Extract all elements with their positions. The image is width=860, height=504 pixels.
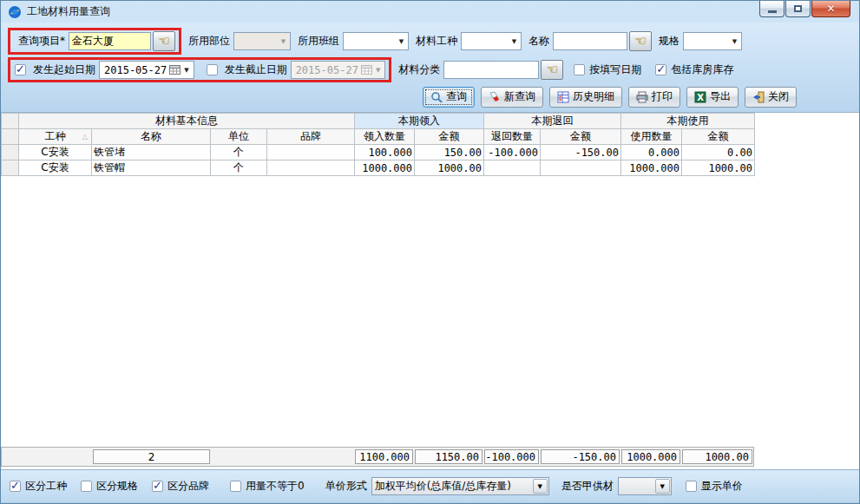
- minimize-button[interactable]: [759, 1, 785, 17]
- cell-received-amount[interactable]: 150.00: [415, 145, 484, 160]
- show-price-checkbox[interactable]: [686, 481, 697, 492]
- col-header-returned-amount[interactable]: 金额: [541, 129, 621, 145]
- maximize-button[interactable]: [785, 1, 811, 17]
- project-picker-button[interactable]: ☜: [153, 31, 175, 51]
- by-brand-checkbox[interactable]: [152, 481, 163, 492]
- summary-returned-qty: -100.000: [484, 449, 539, 464]
- group-header-row: 材料基本信息 本期领入 本期退回 本期使用: [2, 114, 755, 129]
- col-header-received-amount[interactable]: 金额: [415, 129, 484, 145]
- calendar-icon: [361, 64, 373, 75]
- team-combo[interactable]: ▼: [343, 32, 409, 50]
- project-highlight-box: 查询项目* ☜: [8, 28, 181, 55]
- close-form-button-label: 关闭: [768, 89, 789, 104]
- col-header-brand[interactable]: 品牌: [267, 129, 355, 145]
- cell-worktype[interactable]: C安装: [19, 145, 92, 160]
- col-header-worktype[interactable]: 工种△: [19, 129, 92, 145]
- cell-used-qty[interactable]: 0.000: [621, 145, 682, 160]
- cell-received-qty[interactable]: 100.000: [355, 145, 415, 160]
- pointing-hand-icon: ☜: [158, 35, 169, 48]
- row-selector-header: [2, 129, 19, 145]
- cell-returned-qty[interactable]: -100.000: [484, 145, 541, 160]
- excel-export-icon: X: [694, 91, 706, 103]
- history-detail-button[interactable]: 历史明细: [549, 87, 622, 108]
- cell-name[interactable]: 铁管堵: [92, 145, 211, 160]
- name-picker-button[interactable]: ☜: [629, 31, 652, 51]
- summary-received-qty: 1100.000: [355, 449, 413, 464]
- spec-combo[interactable]: ▼: [683, 32, 742, 50]
- query-button[interactable]: 查询: [423, 87, 475, 108]
- bottom-options-bar: 区分工种 区分规格 区分品牌 用量不等于0 单价形式 加权平均价(总库值/总库存…: [1, 469, 859, 502]
- chevron-down-icon: ▼: [533, 479, 548, 494]
- end-date-value: 2015-05-27: [293, 64, 361, 76]
- search-icon: [430, 91, 443, 103]
- maximize-icon: [794, 5, 802, 12]
- start-date-value: 2015-05-27: [102, 64, 169, 76]
- close-button[interactable]: ✕: [811, 1, 850, 17]
- table-row: C安装 铁管堵 个 100.000 150.00 -100.000 -150.0…: [2, 145, 755, 160]
- category-picker-button[interactable]: ☜: [541, 60, 563, 80]
- col-header-name[interactable]: 名称: [92, 129, 211, 145]
- col-header-unit[interactable]: 单位: [211, 129, 267, 145]
- new-query-button[interactable]: 新查询: [481, 87, 543, 108]
- row-selector[interactable]: [2, 145, 19, 160]
- by-spec-option: 区分规格: [81, 479, 138, 494]
- col-header-received-qty[interactable]: 领入数量: [355, 129, 415, 145]
- printer-icon: [636, 91, 648, 103]
- print-button[interactable]: 打印: [628, 87, 680, 108]
- start-date-picker[interactable]: 2015-05-27 ▼: [99, 61, 194, 79]
- col-header-returned-qty[interactable]: 退回数量: [484, 129, 541, 145]
- group-header-returned: 本期退回: [484, 114, 621, 129]
- close-form-button[interactable]: 关闭: [745, 87, 797, 108]
- summary-strip: 2 1100.000 1150.00 -100.000 -150.00 1000…: [1, 447, 754, 467]
- by-brand-option: 区分品牌: [152, 479, 209, 494]
- by-spec-checkbox[interactable]: [81, 481, 92, 492]
- include-stock-checkbox[interactable]: [655, 64, 666, 75]
- cell-unit[interactable]: 个: [211, 145, 267, 160]
- group-header-basic: 材料基本信息: [19, 114, 355, 129]
- project-input[interactable]: [69, 32, 151, 50]
- minimize-icon: [768, 10, 777, 13]
- col-header-used-qty[interactable]: 使用数量: [621, 129, 682, 145]
- window-title: 工地材料用量查询: [27, 4, 110, 19]
- cell-unit[interactable]: 个: [211, 160, 267, 176]
- filter-row-2: 发生起始日期 2015-05-27 ▼ 发生截止日期 2015-05-27: [8, 56, 852, 84]
- cell-used-amount[interactable]: 0.00: [682, 145, 755, 160]
- price-form-combo[interactable]: 加权平均价(总库值/总库存量) ▼: [371, 477, 549, 495]
- by-brand-label: 区分品牌: [167, 479, 209, 494]
- owner-supplied-combo[interactable]: ▼: [618, 477, 672, 495]
- cell-returned-qty[interactable]: [484, 160, 541, 176]
- name-label: 名称: [528, 34, 549, 49]
- by-fill-date-checkbox[interactable]: [574, 64, 585, 75]
- chevron-down-icon: ▼: [277, 38, 290, 45]
- col-header-used-amount[interactable]: 金额: [682, 129, 755, 145]
- cell-brand[interactable]: [267, 160, 355, 176]
- category-label: 材料分类: [398, 62, 440, 77]
- title-bar: 工地材料用量查询 ✕: [1, 1, 859, 23]
- cell-received-qty[interactable]: 1000.000: [355, 160, 415, 176]
- summary-used-qty: 1000.000: [621, 449, 680, 464]
- end-date-checkbox[interactable]: [207, 64, 218, 75]
- export-button[interactable]: X 导出: [686, 87, 739, 108]
- name-input[interactable]: [553, 32, 627, 50]
- cell-worktype[interactable]: C安装: [19, 160, 92, 176]
- filter-row-1: 查询项目* ☜ 所用部位 ▼ 所用班组 ▼ 材料工种 ▼ 名称 ☜ 规格 ▼: [8, 27, 852, 56]
- cell-returned-amount[interactable]: -150.00: [541, 145, 621, 160]
- cell-brand[interactable]: [267, 145, 355, 160]
- material-type-combo[interactable]: ▼: [461, 32, 522, 50]
- cell-used-amount[interactable]: 1000.00: [682, 160, 755, 176]
- chevron-down-icon: ▼: [373, 67, 383, 74]
- start-date-checkbox[interactable]: [15, 64, 26, 75]
- cell-used-qty[interactable]: 1000.000: [621, 160, 682, 176]
- row-selector[interactable]: [2, 160, 19, 176]
- by-worktype-checkbox[interactable]: [10, 481, 21, 492]
- new-query-button-label: 新查询: [504, 89, 535, 104]
- cell-name[interactable]: 铁管帽: [92, 160, 211, 176]
- part-label: 所用部位: [188, 34, 230, 49]
- category-input[interactable]: [443, 61, 539, 79]
- cell-received-amount[interactable]: 1000.00: [415, 160, 484, 176]
- cell-returned-amount[interactable]: [541, 160, 621, 176]
- nonzero-label: 用量不等于0: [246, 479, 305, 494]
- chevron-down-icon: ▼: [655, 479, 670, 494]
- close-icon: ✕: [826, 3, 835, 15]
- nonzero-checkbox[interactable]: [230, 481, 241, 492]
